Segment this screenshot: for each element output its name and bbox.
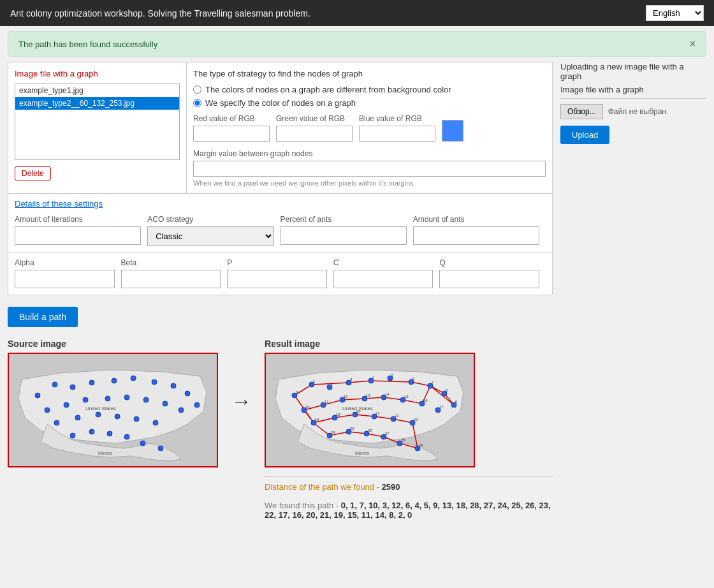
q-field: Q 100: [439, 258, 546, 288]
svg-point-17: [163, 401, 168, 406]
p-input[interactable]: 0.1: [227, 270, 327, 288]
svg-point-2: [52, 382, 57, 387]
header: Ant colony optimization workshop. Solvin…: [0, 0, 714, 26]
strategy-label-1: The colors of nodes on a graph are diffe…: [205, 85, 451, 94]
rgb-green-label: Green value of RGB: [276, 114, 353, 123]
svg-text:14: 14: [385, 392, 390, 396]
svg-point-6: [131, 376, 136, 381]
aco-row: Amount of iterations 400 ACO strategy Cl…: [8, 211, 552, 253]
svg-text:15: 15: [404, 395, 409, 399]
svg-point-18: [178, 408, 184, 413]
aco-strategy-label: ACO strategy: [147, 215, 273, 224]
beta-input[interactable]: 5: [121, 270, 221, 288]
percent-input[interactable]: 70: [280, 226, 407, 245]
details-link[interactable]: Details of these settings: [15, 199, 103, 209]
rgb-blue-input[interactable]: 253: [359, 126, 435, 142]
p-field: P 0.1: [227, 258, 333, 288]
svg-text:27: 27: [385, 432, 390, 436]
rgb-row: Red value of RGB 60 Green value of RGB 1…: [193, 114, 546, 142]
alpha-field: Alpha 1: [15, 258, 121, 288]
greek-row: Alpha 1 Beta 5 P 0.1 C 1 Q 100: [8, 253, 552, 295]
svg-point-15: [124, 395, 129, 400]
svg-point-1: [35, 393, 40, 398]
delete-button[interactable]: Delete: [15, 166, 51, 180]
rgb-green-field: Green value of RGB 132: [276, 114, 353, 142]
close-banner-button[interactable]: ×: [690, 38, 696, 50]
svg-text:11: 11: [324, 400, 329, 404]
rgb-red-label: Red value of RGB: [193, 114, 270, 123]
language-select[interactable]: English: [646, 5, 704, 21]
source-image-title: Source image: [8, 339, 218, 349]
c-field: C 1: [333, 258, 440, 288]
svg-point-8: [171, 383, 176, 388]
amount-input[interactable]: [413, 226, 539, 245]
svg-point-12: [64, 402, 69, 408]
svg-point-14: [105, 396, 110, 401]
source-map-svg: United States Mexico: [9, 354, 217, 466]
beta-label: Beta: [121, 258, 221, 267]
settings-box: Image file with a graph example_type1.jp…: [8, 62, 553, 295]
path-label: We found this path -: [265, 501, 341, 510]
q-input[interactable]: 100: [439, 270, 539, 288]
source-image: United States Mexico: [8, 353, 218, 467]
rgb-green-input[interactable]: 132: [276, 126, 353, 142]
file-listbox[interactable]: example_type1.jpg example_type2__60_132_…: [15, 84, 180, 160]
distance-label: Distance of the path we found -: [265, 482, 382, 492]
file-list-section: Image file with a graph example_type1.jp…: [8, 62, 187, 193]
file-section-label: Image file with a graph: [15, 69, 180, 78]
iterations-label: Amount of iterations: [15, 215, 141, 224]
right-panel: Uploading a new image file with a graph …: [553, 62, 706, 520]
images-section: Source image: [8, 339, 553, 520]
svg-text:29: 29: [419, 443, 423, 447]
svg-text:23: 23: [414, 418, 418, 422]
iterations-input[interactable]: 400: [15, 226, 141, 245]
settings-top: Image file with a graph example_type1.jp…: [8, 62, 552, 194]
c-input[interactable]: 1: [333, 270, 433, 288]
svg-text:17: 17: [439, 405, 444, 409]
upload-title: Uploading a new image file with a graph: [560, 62, 706, 81]
iterations-field: Amount of iterations 400: [15, 215, 147, 246]
svg-point-30: [158, 446, 163, 451]
success-banner: The path has been found successfully ×: [8, 31, 706, 57]
strategy-section: The type of strategy to find the nodes o…: [187, 62, 552, 193]
list-item[interactable]: example_type2__60_132_253.jpg: [15, 97, 179, 110]
aco-strategy-select[interactable]: Classic Elitist Max-Min: [147, 226, 273, 246]
build-path-button[interactable]: Build a path: [8, 307, 78, 327]
svg-text:24: 24: [331, 430, 335, 434]
rgb-blue-field: Blue value of RGB 253: [359, 114, 435, 142]
svg-text:26: 26: [368, 429, 372, 432]
strategy-radio-1[interactable]: [193, 85, 201, 94]
svg-point-19: [54, 420, 59, 425]
upload-button[interactable]: Upload: [560, 126, 609, 144]
svg-text:13: 13: [366, 393, 370, 397]
margin-input[interactable]: 15: [193, 161, 546, 177]
strategy-radio-group-1: The colors of nodes on a graph are diffe…: [193, 85, 546, 94]
browse-button[interactable]: Обзор...: [560, 104, 603, 119]
strategy-title: The type of strategy to find the nodes o…: [193, 69, 546, 78]
result-image-title: Result image: [265, 339, 553, 349]
c-label: C: [333, 258, 433, 267]
svg-point-5: [112, 378, 117, 383]
left-panel: Image file with a graph example_type1.jp…: [8, 62, 553, 520]
strategy-radio-2[interactable]: [193, 99, 201, 107]
strategy-label-2: We specify the color of nodes on a graph: [205, 98, 356, 108]
svg-point-20: [75, 415, 80, 420]
svg-text:21: 21: [375, 411, 380, 415]
alpha-input[interactable]: 1: [15, 270, 115, 288]
distance-value: 2590: [382, 482, 400, 492]
svg-point-13: [83, 397, 88, 402]
svg-text:Mexico: Mexico: [98, 451, 112, 455]
list-item[interactable]: example_type1.jpg: [15, 84, 179, 97]
svg-point-27: [107, 431, 112, 436]
strategy-radio-group-2: We specify the color of nodes on a graph: [193, 98, 546, 108]
color-swatch: [442, 120, 463, 142]
amount-field: Amount of ants: [413, 215, 546, 246]
svg-text:25: 25: [350, 427, 354, 430]
no-file-label: Файл не выбран.: [608, 107, 669, 116]
rgb-red-input[interactable]: 60: [193, 126, 270, 142]
svg-text:28: 28: [401, 438, 405, 442]
success-message: The path has been found successfully: [18, 40, 157, 49]
svg-text:United States: United States: [85, 406, 116, 411]
svg-text:22: 22: [395, 414, 399, 418]
page-title: Ant colony optimization workshop. Solvin…: [10, 8, 310, 18]
